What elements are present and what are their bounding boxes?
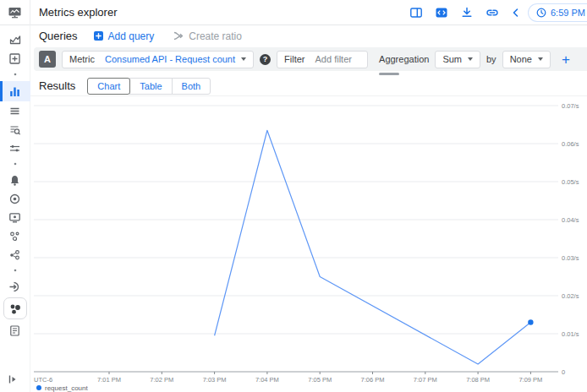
sidebar-item-dot-separator bbox=[0, 68, 30, 81]
sidebar-item-screen-icon[interactable] bbox=[0, 208, 30, 226]
sidebar-item-groups-cluster-icon[interactable] bbox=[3, 297, 27, 319]
metric-label: Metric bbox=[69, 54, 95, 64]
aggregation-label: Aggregation bbox=[379, 54, 429, 64]
group-by-value: None bbox=[510, 54, 532, 64]
sidebar-item-uptime-target-icon[interactable] bbox=[0, 189, 30, 208]
clock-icon bbox=[536, 8, 546, 18]
tab-both[interactable]: Both bbox=[172, 78, 211, 95]
sidebar-item-log-search-icon[interactable] bbox=[0, 120, 30, 139]
horizontal-scrollbar-thumb[interactable] bbox=[379, 73, 399, 75]
x-axis-tick-label: 7:04 PM bbox=[255, 376, 279, 384]
y-axis-tick-label: 0.01/s bbox=[562, 330, 579, 338]
legend-label: request_count bbox=[45, 384, 88, 392]
add-aggregation-button[interactable]: + bbox=[557, 52, 575, 67]
sidebar-item-metrics-explorer-bars-icon[interactable] bbox=[0, 81, 30, 101]
timezone-label: UTC-6 bbox=[34, 376, 52, 384]
view-toggle-group: Chart Table Both bbox=[87, 78, 211, 95]
y-axis-tick-label: 0.03/s bbox=[562, 254, 579, 262]
chevron-down-icon bbox=[241, 57, 246, 61]
metrics-line-chart[interactable]: 0.07/s0.06/s0.05/s0.04/s0.03/s0.02/s0.01… bbox=[30, 96, 587, 392]
monitoring-logo-icon bbox=[0, 0, 30, 25]
link-icon[interactable] bbox=[486, 6, 499, 19]
query-builder-row: A Metric Consumed API - Request count ? … bbox=[30, 47, 587, 75]
aggregation-dropdown[interactable]: Sum bbox=[435, 51, 480, 68]
time-range-picker[interactable]: 6:59 PM - 7:0 bbox=[528, 3, 587, 22]
x-axis-tick-label: 7:09 PM bbox=[518, 376, 542, 384]
create-ratio-button[interactable]: Create ratio bbox=[173, 30, 242, 42]
y-axis-tick-label: 0.06/s bbox=[562, 140, 579, 148]
by-label: by bbox=[486, 54, 496, 64]
results-bar: Results Chart Table Both bbox=[30, 76, 587, 96]
download-icon[interactable] bbox=[460, 6, 474, 19]
sidebar-item-overview-chart-icon[interactable] bbox=[0, 30, 30, 49]
legend-swatch bbox=[36, 385, 41, 390]
queries-bar: Queries Add query Create ratio bbox=[30, 25, 587, 46]
sidebar-item-node-graph-icon[interactable] bbox=[0, 245, 30, 264]
add-box-icon bbox=[93, 30, 104, 41]
top-header: Metrics explorer bbox=[0, 0, 587, 25]
metrics-explorer-app: Metrics explorer bbox=[0, 0, 587, 392]
x-axis-tick-label: 7:02 PM bbox=[150, 376, 173, 384]
legend-panel-icon[interactable] bbox=[409, 6, 423, 19]
series-line-request_count[interactable] bbox=[215, 130, 531, 364]
chart-panel: 0.07/s0.06/s0.05/s0.04/s0.03/s0.02/s0.01… bbox=[30, 96, 587, 392]
add-query-label: Add query bbox=[108, 30, 155, 42]
chevron-down-icon bbox=[468, 57, 473, 61]
query-builder-strip: A Metric Consumed API - Request count ? … bbox=[34, 47, 587, 71]
x-axis-tick-label: 7:08 PM bbox=[466, 376, 490, 384]
left-nav-sidebar bbox=[0, 25, 30, 392]
add-query-button[interactable]: Add query bbox=[93, 30, 155, 42]
x-axis-tick-label: 7:01 PM bbox=[97, 376, 121, 384]
tab-chart[interactable]: Chart bbox=[87, 78, 130, 95]
create-ratio-icon bbox=[173, 30, 184, 41]
metric-value: Consumed API - Request count bbox=[105, 54, 235, 64]
create-ratio-label: Create ratio bbox=[189, 30, 242, 42]
filter-placeholder: Add filter bbox=[315, 54, 352, 64]
expand-panel-icon[interactable] bbox=[0, 373, 19, 389]
help-icon[interactable]: ? bbox=[260, 54, 271, 65]
queries-title: Queries bbox=[39, 30, 78, 42]
x-axis-tick-label: 7:07 PM bbox=[414, 376, 437, 384]
x-axis-tick-label: 7:03 PM bbox=[203, 376, 227, 384]
results-label: Results bbox=[39, 79, 75, 92]
sidebar-item-list-icon[interactable] bbox=[0, 101, 30, 120]
page-title: Metrics explorer bbox=[39, 6, 117, 19]
code-editor-icon[interactable] bbox=[435, 6, 448, 19]
sidebar-item-integrations-arrow-icon[interactable] bbox=[0, 277, 30, 296]
filter-label: Filter bbox=[284, 54, 304, 64]
sidebar-item-dot-separator bbox=[0, 264, 30, 277]
y-axis-tick-label: 0 bbox=[562, 368, 565, 376]
header-actions: 6:59 PM - 7:0 bbox=[409, 3, 587, 22]
time-range-value: 6:59 PM - 7:0 bbox=[551, 8, 587, 18]
aggregation-value: Sum bbox=[442, 54, 462, 64]
sidebar-item-dot-separator bbox=[0, 157, 30, 171]
group-by-dropdown[interactable]: None bbox=[502, 51, 551, 68]
series-endpoint-marker[interactable] bbox=[528, 319, 533, 324]
y-axis-tick-label: 0.07/s bbox=[562, 102, 579, 110]
query-letter-badge: A bbox=[39, 51, 56, 68]
x-axis-tick-label: 7:06 PM bbox=[361, 376, 385, 384]
sidebar-item-alerting-bell-icon[interactable] bbox=[0, 171, 30, 189]
y-axis-tick-label: 0.05/s bbox=[562, 178, 579, 186]
chevron-left-icon[interactable] bbox=[511, 8, 521, 18]
y-axis-tick-label: 0.02/s bbox=[562, 292, 579, 300]
sidebar-item-cluster-icon[interactable] bbox=[0, 226, 30, 245]
sidebar-item-dashboards-grid-icon[interactable] bbox=[0, 49, 30, 68]
filter-input[interactable]: Filter Add filter bbox=[277, 51, 368, 68]
sidebar-item-trace-icon[interactable] bbox=[0, 139, 30, 157]
chart-legend[interactable]: request_count bbox=[36, 384, 88, 392]
tab-table[interactable]: Table bbox=[129, 78, 172, 95]
x-axis-tick-label: 7:05 PM bbox=[308, 376, 332, 384]
sidebar-item-settings-doc-icon[interactable] bbox=[0, 321, 30, 340]
main-content: Queries Add query Create ratio A bbox=[30, 25, 587, 392]
chevron-down-icon bbox=[538, 57, 543, 61]
metric-dropdown[interactable]: Metric Consumed API - Request count bbox=[62, 51, 254, 68]
y-axis-tick-label: 0.04/s bbox=[562, 216, 579, 224]
